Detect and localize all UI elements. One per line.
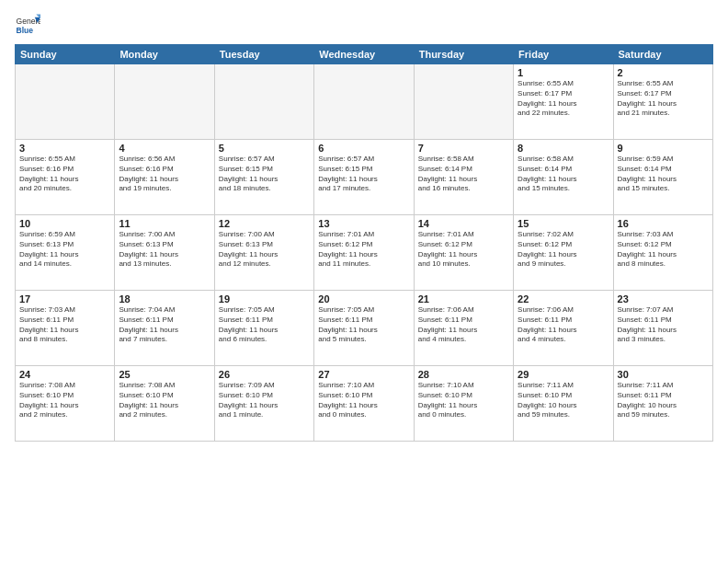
day-info: Sunrise: 7:00 AM Sunset: 6:13 PM Dayligh… (219, 230, 310, 270)
calendar-week-row: 17Sunrise: 7:03 AM Sunset: 6:11 PM Dayli… (16, 291, 713, 366)
day-info: Sunrise: 7:06 AM Sunset: 6:11 PM Dayligh… (518, 305, 609, 345)
day-info: Sunrise: 6:58 AM Sunset: 6:14 PM Dayligh… (518, 155, 609, 194)
day-info: Sunrise: 7:03 AM Sunset: 6:12 PM Dayligh… (618, 230, 709, 270)
day-number: 25 (119, 369, 210, 380)
day-info: Sunrise: 7:06 AM Sunset: 6:11 PM Dayligh… (418, 305, 509, 345)
day-number: 30 (618, 369, 709, 380)
day-number: 20 (318, 293, 409, 304)
calendar-cell: 5Sunrise: 6:57 AM Sunset: 6:15 PM Daylig… (214, 140, 313, 215)
calendar-cell: 6Sunrise: 6:57 AM Sunset: 6:15 PM Daylig… (314, 140, 414, 215)
calendar-cell: 7Sunrise: 6:58 AM Sunset: 6:14 PM Daylig… (414, 140, 513, 215)
day-info: Sunrise: 7:03 AM Sunset: 6:11 PM Dayligh… (19, 305, 110, 345)
calendar-cell (214, 64, 313, 140)
day-info: Sunrise: 6:59 AM Sunset: 6:13 PM Dayligh… (19, 230, 110, 270)
calendar-cell: 17Sunrise: 7:03 AM Sunset: 6:11 PM Dayli… (16, 291, 115, 366)
day-info: Sunrise: 6:55 AM Sunset: 6:17 PM Dayligh… (518, 79, 609, 119)
day-info: Sunrise: 7:01 AM Sunset: 6:12 PM Dayligh… (418, 230, 509, 270)
calendar-cell: 13Sunrise: 7:01 AM Sunset: 6:12 PM Dayli… (314, 215, 414, 291)
calendar-cell (16, 64, 115, 140)
calendar-cell (314, 64, 414, 140)
day-number: 23 (618, 293, 709, 304)
weekday-header: Monday (115, 45, 214, 64)
logo: General Blue (15, 13, 40, 39)
day-info: Sunrise: 7:08 AM Sunset: 6:10 PM Dayligh… (19, 381, 110, 420)
day-number: 26 (219, 369, 310, 380)
day-number: 27 (318, 369, 409, 380)
day-info: Sunrise: 7:11 AM Sunset: 6:10 PM Dayligh… (518, 381, 609, 420)
day-info: Sunrise: 7:08 AM Sunset: 6:10 PM Dayligh… (119, 381, 210, 420)
day-number: 24 (19, 369, 110, 380)
calendar-cell: 15Sunrise: 7:02 AM Sunset: 6:12 PM Dayli… (514, 215, 613, 291)
calendar-cell: 30Sunrise: 7:11 AM Sunset: 6:11 PM Dayli… (613, 366, 712, 442)
calendar-cell: 22Sunrise: 7:06 AM Sunset: 6:11 PM Dayli… (514, 291, 613, 366)
calendar-cell: 19Sunrise: 7:05 AM Sunset: 6:11 PM Dayli… (214, 291, 313, 366)
day-number: 11 (119, 218, 210, 229)
day-number: 17 (19, 293, 110, 304)
day-info: Sunrise: 6:59 AM Sunset: 6:14 PM Dayligh… (618, 155, 709, 194)
calendar-cell: 28Sunrise: 7:10 AM Sunset: 6:10 PM Dayli… (414, 366, 513, 442)
day-number: 29 (518, 369, 609, 380)
day-info: Sunrise: 6:57 AM Sunset: 6:15 PM Dayligh… (219, 155, 310, 194)
svg-text:Blue: Blue (17, 26, 34, 35)
calendar-cell: 14Sunrise: 7:01 AM Sunset: 6:12 PM Dayli… (414, 215, 513, 291)
weekday-header: Saturday (613, 45, 712, 64)
header: General Blue (15, 13, 713, 39)
day-number: 19 (219, 293, 310, 304)
day-info: Sunrise: 7:01 AM Sunset: 6:12 PM Dayligh… (318, 230, 409, 270)
calendar-table: SundayMondayTuesdayWednesdayThursdayFrid… (15, 44, 713, 442)
weekday-header-row: SundayMondayTuesdayWednesdayThursdayFrid… (16, 45, 713, 64)
day-number: 28 (418, 369, 509, 380)
day-info: Sunrise: 7:10 AM Sunset: 6:10 PM Dayligh… (318, 381, 409, 420)
calendar-cell: 9Sunrise: 6:59 AM Sunset: 6:14 PM Daylig… (613, 140, 712, 215)
day-number: 12 (219, 218, 310, 229)
calendar-cell: 8Sunrise: 6:58 AM Sunset: 6:14 PM Daylig… (514, 140, 613, 215)
calendar-cell: 21Sunrise: 7:06 AM Sunset: 6:11 PM Dayli… (414, 291, 513, 366)
weekday-header: Wednesday (314, 45, 414, 64)
calendar-cell (414, 64, 513, 140)
calendar-cell: 20Sunrise: 7:05 AM Sunset: 6:11 PM Dayli… (314, 291, 414, 366)
day-info: Sunrise: 7:07 AM Sunset: 6:11 PM Dayligh… (618, 305, 709, 345)
logo-icon: General Blue (15, 13, 40, 39)
day-info: Sunrise: 7:09 AM Sunset: 6:10 PM Dayligh… (219, 381, 310, 420)
calendar-week-row: 3Sunrise: 6:55 AM Sunset: 6:16 PM Daylig… (16, 140, 713, 215)
day-number: 16 (618, 218, 709, 229)
day-number: 2 (618, 67, 709, 78)
day-info: Sunrise: 6:56 AM Sunset: 6:16 PM Dayligh… (119, 155, 210, 194)
day-info: Sunrise: 6:58 AM Sunset: 6:14 PM Dayligh… (418, 155, 509, 194)
day-number: 14 (418, 218, 509, 229)
calendar-week-row: 10Sunrise: 6:59 AM Sunset: 6:13 PM Dayli… (16, 215, 713, 291)
day-number: 10 (19, 218, 110, 229)
calendar-cell: 11Sunrise: 7:00 AM Sunset: 6:13 PM Dayli… (115, 215, 214, 291)
calendar-cell: 26Sunrise: 7:09 AM Sunset: 6:10 PM Dayli… (214, 366, 313, 442)
day-number: 7 (418, 143, 509, 154)
calendar-cell: 23Sunrise: 7:07 AM Sunset: 6:11 PM Dayli… (613, 291, 712, 366)
calendar-cell: 27Sunrise: 7:10 AM Sunset: 6:10 PM Dayli… (314, 366, 414, 442)
calendar-cell: 29Sunrise: 7:11 AM Sunset: 6:10 PM Dayli… (514, 366, 613, 442)
calendar-cell: 1Sunrise: 6:55 AM Sunset: 6:17 PM Daylig… (514, 64, 613, 140)
day-number: 4 (119, 143, 210, 154)
day-number: 9 (618, 143, 709, 154)
day-info: Sunrise: 7:00 AM Sunset: 6:13 PM Dayligh… (119, 230, 210, 270)
day-number: 22 (518, 293, 609, 304)
day-number: 3 (19, 143, 110, 154)
calendar-cell (115, 64, 214, 140)
day-number: 15 (518, 218, 609, 229)
calendar-cell: 25Sunrise: 7:08 AM Sunset: 6:10 PM Dayli… (115, 366, 214, 442)
page: General Blue SundayMondayTuesdayWednesda… (0, 0, 728, 563)
day-info: Sunrise: 7:02 AM Sunset: 6:12 PM Dayligh… (518, 230, 609, 270)
calendar-cell: 18Sunrise: 7:04 AM Sunset: 6:11 PM Dayli… (115, 291, 214, 366)
day-number: 5 (219, 143, 310, 154)
day-number: 8 (518, 143, 609, 154)
calendar-cell: 16Sunrise: 7:03 AM Sunset: 6:12 PM Dayli… (613, 215, 712, 291)
calendar-week-row: 1Sunrise: 6:55 AM Sunset: 6:17 PM Daylig… (16, 64, 713, 140)
day-info: Sunrise: 6:57 AM Sunset: 6:15 PM Dayligh… (318, 155, 409, 194)
day-info: Sunrise: 7:05 AM Sunset: 6:11 PM Dayligh… (219, 305, 310, 345)
day-number: 1 (518, 67, 609, 78)
day-info: Sunrise: 7:04 AM Sunset: 6:11 PM Dayligh… (119, 305, 210, 345)
day-number: 21 (418, 293, 509, 304)
calendar-cell: 12Sunrise: 7:00 AM Sunset: 6:13 PM Dayli… (214, 215, 313, 291)
calendar-week-row: 24Sunrise: 7:08 AM Sunset: 6:10 PM Dayli… (16, 366, 713, 442)
calendar-cell: 24Sunrise: 7:08 AM Sunset: 6:10 PM Dayli… (16, 366, 115, 442)
weekday-header: Thursday (414, 45, 513, 64)
day-info: Sunrise: 7:05 AM Sunset: 6:11 PM Dayligh… (318, 305, 409, 345)
